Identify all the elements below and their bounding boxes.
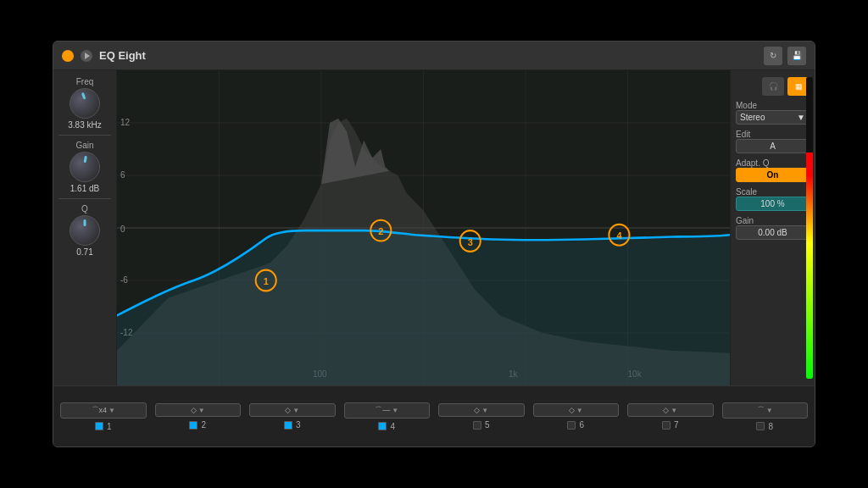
svg-text:-6: -6 <box>120 275 128 285</box>
svg-text:2: 2 <box>378 226 383 236</box>
eq-display[interactable]: 12 6 0 -6 -12 100 1k 10k <box>117 70 730 385</box>
mode-section: Mode Stereo ▼ <box>736 101 810 125</box>
band-arrow-4: ▼ <box>392 407 398 414</box>
scale-value[interactable]: 100 % <box>736 197 810 211</box>
band-num-8: 8 <box>768 422 773 431</box>
svg-text:1: 1 <box>264 276 269 286</box>
band-type-8[interactable]: ⌒ ▼ <box>722 402 809 419</box>
band-icon-7: ◇ <box>663 406 669 414</box>
vu-fill <box>806 152 813 379</box>
band-type-2[interactable]: ◇ ▼ <box>155 403 242 417</box>
freq-value: 3.83 kHz <box>68 120 101 130</box>
scale-label: Scale <box>736 187 810 197</box>
band-icon-2: ◇ <box>191 406 197 414</box>
mode-dropdown[interactable]: Stereo ▼ <box>736 110 810 125</box>
headphone-icon[interactable]: 🎧 <box>762 77 784 96</box>
band-controls: ⌒x4 ▼ 1 ◇ ▼ 2 ◇ ▼ <box>53 385 815 446</box>
band-num-2: 2 <box>201 420 206 430</box>
right-panel: 🎧 ▦ Mode Stereo ▼ Edit A Adapt. Q On Sca… <box>730 70 815 385</box>
band-type-7[interactable]: ◇ ▼ <box>627 403 714 417</box>
adaptq-value[interactable]: On <box>736 168 810 182</box>
plugin-window: EQ Eight ↻ 💾 Freq 3.83 kHz Gain 1.61 dB … <box>53 41 815 447</box>
band-num-4: 4 <box>390 422 395 431</box>
band-num-5: 5 <box>485 420 490 430</box>
band-num-row-7: 7 <box>662 420 679 430</box>
adaptq-label: Adapt. Q <box>736 158 810 168</box>
band-num-1: 1 <box>107 422 112 431</box>
mode-value: Stereo <box>740 113 765 122</box>
band-group-3: ◇ ▼ 3 <box>246 400 339 433</box>
band-num-row-3: 3 <box>284 420 301 430</box>
band-arrow-3: ▼ <box>292 407 299 414</box>
svg-text:0: 0 <box>120 225 125 234</box>
main-content: Freq 3.83 kHz Gain 1.61 dB Q 0.71 <box>53 70 815 385</box>
band-checkbox-4[interactable] <box>378 422 387 430</box>
band-type-4[interactable]: ⌒— ▼ <box>344 402 431 419</box>
band-group-5: ◇ ▼ 5 <box>435 400 528 433</box>
band-type-6[interactable]: ◇ ▼ <box>533 403 620 417</box>
freq-label: Freq <box>76 77 94 86</box>
left-controls: Freq 3.83 kHz Gain 1.61 dB Q 0.71 <box>53 70 117 385</box>
band-arrow-5: ▼ <box>481 407 488 414</box>
band-num-6: 6 <box>579 420 584 430</box>
band-group-6: ◇ ▼ 6 <box>530 400 623 433</box>
band-group-8: ⌒ ▼ 8 <box>719 399 812 435</box>
play-button[interactable] <box>81 50 92 62</box>
band-type-3[interactable]: ◇ ▼ <box>249 403 336 417</box>
svg-text:6: 6 <box>120 170 125 180</box>
band-icon-6: ◇ <box>569 406 575 414</box>
title-icons: ↻ 💾 <box>764 47 806 65</box>
refresh-icon[interactable]: ↻ <box>764 47 782 65</box>
gain-value: 1.61 dB <box>70 184 99 193</box>
band-icon-5: ◇ <box>474 406 480 414</box>
divider-1 <box>58 135 111 136</box>
band-type-1[interactable]: ⌒x4 ▼ <box>60 402 147 419</box>
gain-label-left: Gain <box>75 141 93 150</box>
band-checkbox-2[interactable] <box>189 421 198 430</box>
edit-value[interactable]: A <box>736 139 810 153</box>
q-label: Q <box>81 204 88 214</box>
save-icon[interactable]: 💾 <box>787 47 806 65</box>
band-arrow-1: ▼ <box>108 407 115 414</box>
band-group-1: ⌒x4 ▼ 1 <box>57 399 150 435</box>
band-icon-1: ⌒x4 <box>92 405 108 416</box>
svg-text:12: 12 <box>120 118 130 127</box>
band-checkbox-5[interactable] <box>473 421 481 430</box>
edit-label: Edit <box>736 130 810 139</box>
gain-value-right[interactable]: 0.00 dB <box>736 225 810 240</box>
title-bar: EQ Eight ↻ 💾 <box>53 42 815 70</box>
scale-section: Scale 100 % <box>736 187 810 211</box>
band-num-3: 3 <box>296 420 301 430</box>
band-type-5[interactable]: ◇ ▼ <box>438 403 525 417</box>
band-checkbox-1[interactable] <box>95 422 103 430</box>
mode-label: Mode <box>736 101 810 110</box>
freq-group: Freq 3.83 kHz <box>58 77 111 130</box>
band-num-row-2: 2 <box>189 420 206 430</box>
adaptq-section: Adapt. Q On <box>736 158 810 182</box>
band-num-row-1: 1 <box>95 422 112 431</box>
gain-section: Gain 0.00 dB <box>736 216 810 240</box>
band-checkbox-8[interactable] <box>756 422 765 430</box>
band-num-7: 7 <box>674 420 679 430</box>
freq-knob[interactable] <box>70 88 100 119</box>
band-icon-3: ◇ <box>285 406 291 414</box>
band-num-row-4: 4 <box>378 422 395 431</box>
eq-svg: 12 6 0 -6 -12 100 1k 10k <box>117 70 730 385</box>
power-dot[interactable] <box>62 50 74 62</box>
band-icon-8: ⌒ <box>757 405 765 416</box>
band-checkbox-6[interactable] <box>567 421 576 430</box>
band-arrow-6: ▼ <box>576 407 583 414</box>
band-arrow-7: ▼ <box>670 407 677 414</box>
gain-group: Gain 1.61 dB <box>58 141 111 193</box>
gain-knob[interactable] <box>70 152 100 182</box>
band-num-row-5: 5 <box>473 420 490 430</box>
svg-text:4: 4 <box>616 230 622 241</box>
edit-section: Edit A <box>736 130 810 153</box>
q-knob[interactable] <box>70 215 100 246</box>
mode-arrow: ▼ <box>797 113 805 122</box>
band-checkbox-7[interactable] <box>662 421 670 430</box>
divider-2 <box>58 198 111 199</box>
q-value: 0.71 <box>76 247 92 257</box>
band-group-2: ◇ ▼ 2 <box>152 400 245 433</box>
band-checkbox-3[interactable] <box>284 421 292 430</box>
